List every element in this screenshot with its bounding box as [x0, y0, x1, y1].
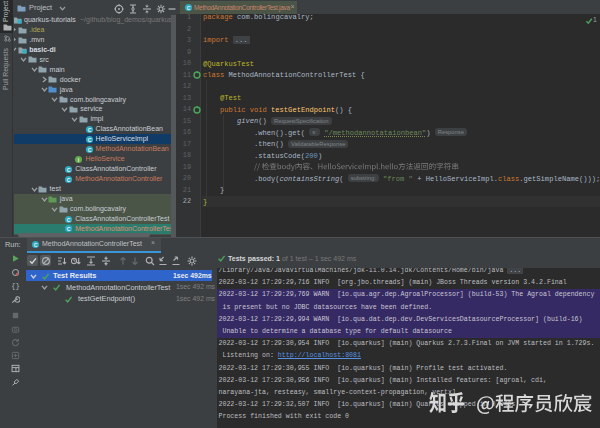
svg-text:C: C: [87, 136, 91, 142]
svg-text:C: C: [87, 126, 91, 132]
svg-text:C: C: [67, 176, 71, 182]
svg-text:C: C: [187, 5, 191, 11]
svg-text:C: C: [67, 216, 71, 222]
svg-text:C: C: [87, 146, 91, 152]
svg-text:C: C: [34, 241, 38, 247]
svg-text:C: C: [67, 226, 71, 232]
svg-text:{}: {}: [11, 282, 20, 290]
svg-text:C: C: [67, 166, 71, 172]
